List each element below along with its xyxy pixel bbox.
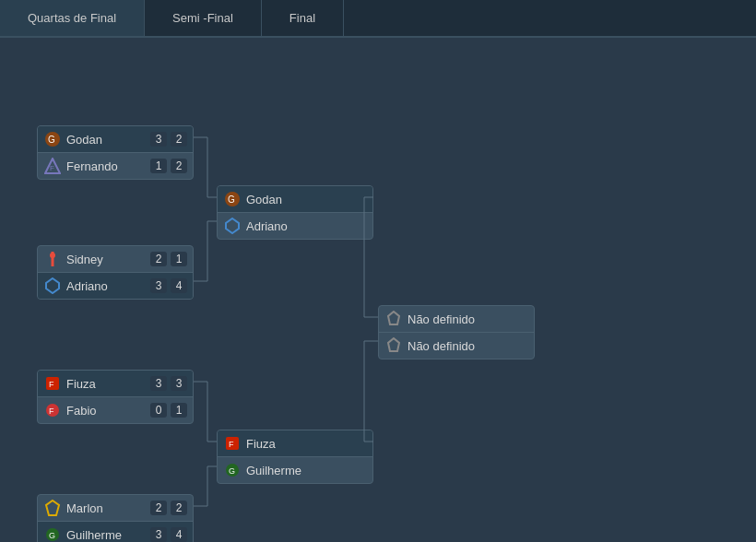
- svg-text:F: F: [229, 440, 234, 449]
- score: 1: [171, 252, 187, 266]
- table-row: F Fernando 1 2: [38, 153, 193, 179]
- svg-marker-16: [226, 218, 239, 233]
- score: 2: [171, 159, 187, 173]
- team-icon-fiuza-sf: F: [223, 434, 242, 453]
- header-tabs: Quartas de Final Semi -Final Final: [0, 0, 756, 38]
- team-name: Guilherme: [66, 528, 146, 542]
- team-name: Adriano: [246, 219, 367, 233]
- svg-text:F: F: [49, 380, 54, 389]
- team-name: Não definido: [408, 312, 528, 326]
- team-name: Marlon: [66, 501, 146, 515]
- score: 2: [150, 252, 167, 266]
- team-icon-adriano-qf: [43, 277, 62, 295]
- svg-marker-6: [46, 278, 59, 293]
- score: 1: [150, 159, 167, 173]
- team-icon-tbd2: [384, 336, 403, 355]
- score: 3: [150, 132, 167, 147]
- table-row: F Fabio 0 1: [38, 397, 193, 423]
- svg-text:G: G: [229, 466, 235, 476]
- svg-point-5: [50, 253, 55, 258]
- score: 2: [171, 132, 187, 147]
- team-icon-godan-sf: G: [223, 190, 242, 208]
- tab-quarterfinal[interactable]: Quartas de Final: [0, 0, 145, 36]
- team-icon-sidney-qf: [43, 250, 62, 268]
- team-name: Fabio: [66, 404, 146, 418]
- table-row: G Godan: [218, 186, 372, 213]
- team-name: Fernando: [66, 159, 146, 173]
- team-name: Guilherme: [246, 464, 367, 477]
- score: 3: [150, 376, 167, 391]
- team-name: Fiuza: [246, 437, 367, 451]
- match-final: Não definido Não definido: [378, 305, 535, 359]
- team-name: Godan: [246, 193, 367, 206]
- team-name: Godan: [66, 133, 146, 147]
- score: 2: [171, 501, 187, 515]
- team-name: Fiuza: [66, 377, 146, 391]
- svg-text:F: F: [49, 406, 54, 416]
- team-name: Não definido: [408, 339, 528, 353]
- score: 4: [171, 278, 187, 293]
- svg-text:F: F: [50, 164, 54, 172]
- match-qf3: F Fiuza 3 3 F Fabio 0 1: [37, 370, 194, 424]
- match-sf2: F Fiuza G Guilherme: [217, 430, 373, 484]
- table-row: G Godan 3 2: [38, 126, 193, 153]
- svg-text:G: G: [48, 135, 55, 145]
- team-name: Adriano: [66, 279, 146, 293]
- table-row: Adriano 3 4: [38, 273, 193, 299]
- score: 2: [150, 501, 167, 515]
- table-row: G Guilherme: [218, 457, 372, 483]
- tab-final[interactable]: Final: [262, 0, 344, 36]
- score: 3: [171, 376, 187, 391]
- table-row: F Fiuza 3 3: [38, 371, 193, 397]
- bracket-area: G Godan 3 2 F Fernando 1 2 Sidney: [18, 47, 738, 542]
- team-icon-fabio-qf: F: [43, 401, 62, 419]
- team-icon-marlon-qf: [43, 499, 62, 517]
- table-row: G Guilherme 3 4: [38, 522, 193, 542]
- team-icon-godan-qf: G: [43, 130, 62, 148]
- team-icon-tbd1: [384, 310, 403, 328]
- score: 1: [171, 403, 187, 418]
- match-sf1: G Godan Adriano: [217, 185, 373, 240]
- svg-text:G: G: [49, 531, 55, 540]
- team-icon-fernando-qf: F: [43, 157, 62, 175]
- match-qf2: Sidney 2 1 Adriano 3 4: [37, 245, 194, 300]
- table-row: Marlon 2 2: [38, 495, 193, 522]
- team-icon-guilherme-sf: G: [223, 461, 242, 479]
- table-row: Sidney 2 1: [38, 246, 193, 273]
- team-icon-adriano-sf: [223, 217, 242, 235]
- score: 3: [150, 527, 167, 542]
- team-icon-fiuza-qf: F: [43, 374, 62, 393]
- table-row: Não definido: [379, 306, 534, 333]
- match-qf4: Marlon 2 2 G Guilherme 3 4: [37, 494, 194, 542]
- svg-text:G: G: [228, 194, 235, 205]
- table-row: F Fiuza: [218, 430, 372, 457]
- svg-marker-11: [46, 501, 59, 515]
- table-row: Adriano: [218, 213, 372, 239]
- score: 4: [171, 527, 187, 542]
- team-name: Sidney: [66, 253, 146, 266]
- score: 0: [150, 403, 167, 418]
- tab-semifinal[interactable]: Semi -Final: [145, 0, 262, 36]
- table-row: Não definido: [379, 333, 534, 359]
- team-icon-guilherme-qf: G: [43, 525, 62, 542]
- match-qf1: G Godan 3 2 F Fernando 1 2: [37, 125, 194, 180]
- score: 3: [150, 278, 167, 293]
